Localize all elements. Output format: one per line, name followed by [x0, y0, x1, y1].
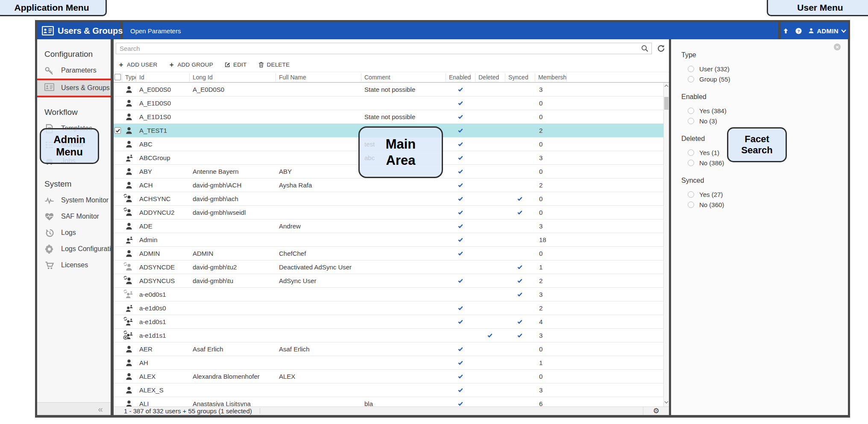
row-id: A_TEST1 [136, 127, 189, 134]
sidebar-item-licenses[interactable]: Licenses [37, 257, 111, 273]
row-membership: 3 [535, 86, 566, 93]
row-synced [505, 333, 535, 338]
facet-option-synced-no-360[interactable]: No (360) [681, 201, 848, 208]
row-id: ABC [136, 140, 189, 148]
scrollbar-thumb[interactable] [664, 97, 669, 110]
user-icon [125, 126, 133, 135]
app-header: Users & Groups Open Parameters ? ADMIN [37, 22, 848, 39]
check-icon [457, 305, 464, 311]
app-title: Users & Groups [58, 26, 123, 36]
table-row[interactable]: a-e1d1s1 3 [114, 329, 663, 342]
table-settings-button[interactable]: ⚙ [643, 407, 669, 415]
row-enabled [446, 360, 475, 366]
row-membership: 2 [535, 127, 566, 134]
sidebar-item-label: Users & Groups [61, 84, 110, 92]
table-row[interactable]: a-e0d0s1 3 [114, 288, 663, 301]
table-row[interactable]: A_E1D0S0 0 [114, 96, 663, 110]
table-row[interactable]: ACH david-gmbh\ACH Aysha Rafa 2 [114, 178, 663, 192]
radio-icon [688, 202, 694, 208]
sync-user-icon [125, 195, 133, 203]
row-membership: 3 [535, 154, 566, 161]
table-row[interactable]: ADE Andrew 3 [114, 219, 663, 233]
sidebar-item-logs[interactable]: Logs [37, 225, 111, 241]
row-enabled [446, 374, 475, 379]
column-header-full-name[interactable]: Full Name [276, 73, 361, 82]
row-id: ADSYNCUS [136, 277, 189, 284]
column-header-deleted[interactable]: Deleted [475, 73, 505, 82]
user-menu-button[interactable]: ADMIN [808, 27, 847, 35]
search-input[interactable] [116, 43, 652, 54]
application-menu-button[interactable]: Users & Groups [37, 22, 120, 39]
table-row[interactable]: ADSYNCUS david-gmbh\tu AdSync User 2 [114, 274, 663, 288]
column-header-long-id[interactable]: Long Id [189, 73, 276, 82]
row-enabled [446, 305, 475, 311]
sidebar-item-saf-monitor[interactable]: SAF Monitor [37, 208, 111, 225]
vertical-scrollbar[interactable] [663, 83, 669, 406]
edit-button[interactable]: EDIT [224, 61, 247, 68]
row-long-id: david-gmbh\ACH [189, 181, 276, 189]
row-enabled [446, 169, 475, 174]
row-id: a-e1d0s0 [136, 304, 189, 312]
check-icon [457, 387, 464, 393]
table-row[interactable]: a-e1d0s1 4 [114, 315, 663, 329]
sidebar-item-logs-configuration[interactable]: Logs Configuration [37, 241, 111, 257]
table-row[interactable]: ADMIN ADMIN ChefChef 0 [114, 247, 663, 260]
table-row[interactable]: a-e1d0s0 2 [114, 301, 663, 315]
sync-user-icon [125, 277, 133, 285]
column-header-enabled[interactable]: Enabled [446, 73, 475, 82]
sidebar-section-heading: Workflow [37, 108, 111, 117]
add-group-button[interactable]: + ADD GROUP [168, 61, 213, 68]
facet-option-type-group-55[interactable]: Group (55) [681, 76, 848, 83]
column-header-synced[interactable]: Synced [505, 73, 535, 82]
callout-label: Main [386, 136, 416, 152]
row-checkbox[interactable] [114, 127, 121, 134]
table-row[interactable]: ALEX_S 3 [114, 383, 663, 397]
row-id: ACHSYNC [136, 195, 189, 202]
sidebar-collapse-button[interactable]: « [37, 402, 111, 415]
sidebar-item-parameters[interactable]: Parameters [37, 62, 111, 79]
facet-option-synced-yes-27[interactable]: Yes (27) [681, 191, 848, 198]
row-enabled [446, 223, 475, 229]
row-id: ABCGroup [136, 154, 189, 161]
refresh-icon[interactable] [657, 44, 666, 53]
row-id: ALI [136, 400, 189, 406]
table-row[interactable]: ALEX Alexandra Blomenhofer ALEX 0 [114, 370, 663, 383]
sidebar-item-label: Parameters [61, 67, 97, 74]
sidebar-item-users-groups[interactable]: Users & Groups [37, 79, 111, 97]
scroll-up-icon[interactable] [664, 83, 669, 90]
add-user-button[interactable]: + ADD USER [118, 61, 157, 68]
sidebar-section-heading: Configuration [37, 50, 111, 59]
column-header-comment[interactable]: Comment [361, 73, 446, 82]
radio-icon [688, 118, 694, 124]
facet-option-enabled-yes-384[interactable]: Yes (384) [681, 107, 848, 114]
user-name: ADMIN [817, 27, 839, 35]
search-icon[interactable] [641, 44, 649, 53]
facet-option-enabled-no-3[interactable]: No (3) [681, 117, 848, 125]
scroll-down-icon[interactable] [664, 400, 669, 406]
table-row[interactable]: A_E0D0S0 A_E0D0S0 State not possible 3 [114, 83, 663, 96]
delete-button[interactable]: DELETE [258, 61, 290, 68]
facet-option-type-user-332[interactable]: User (332) [681, 65, 848, 73]
close-icon[interactable]: ✕ [834, 44, 841, 50]
search-row [114, 39, 669, 57]
column-header-type[interactable]: Type [122, 73, 136, 82]
column-header-membersh[interactable]: Membersh [535, 73, 566, 82]
table-row[interactable]: Admin 18 [114, 233, 663, 247]
column-header-id[interactable]: Id [136, 73, 189, 82]
table-row[interactable]: AER Asaf Erlich Asaf Erlich 0 [114, 342, 663, 356]
help-icon[interactable]: ? [795, 27, 802, 35]
select-all-checkbox[interactable] [114, 74, 122, 80]
table-row[interactable]: ADSYNCDE david-gmbh\tu2 Deactivated AdSy… [114, 260, 663, 274]
table-row[interactable]: ALI Anastasiya Lisitsyna bla 6 [114, 397, 663, 406]
table-row[interactable]: A_E1D1S0 State not possible 0 [114, 110, 663, 124]
table-row[interactable]: ACHSYNC david-gmbh\ach 0 [114, 192, 663, 206]
toolbar-button-label: EDIT [233, 61, 247, 68]
table-row[interactable]: ADDYNCU2 david-gmbh\wseidl 0 [114, 206, 663, 219]
user-icon [125, 181, 133, 190]
row-full-name: ALEX [276, 373, 361, 380]
row-membership: 18 [535, 236, 566, 243]
arrow-up-icon[interactable] [782, 27, 789, 35]
table-row[interactable]: AH 1 [114, 356, 663, 370]
sidebar-item-system-monitor[interactable]: System Monitor [37, 192, 111, 208]
tab-open-parameters[interactable]: Open Parameters [123, 27, 181, 35]
